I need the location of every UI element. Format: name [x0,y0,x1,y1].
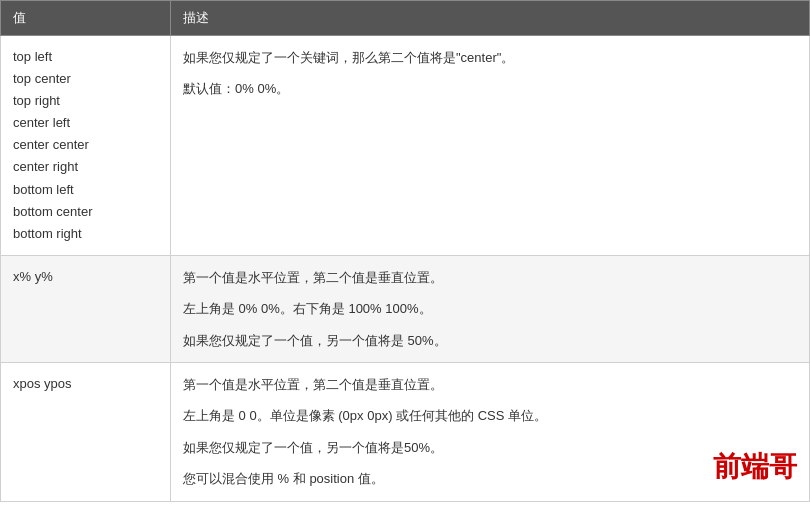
description-line: 第一个值是水平位置，第二个值是垂直位置。 [183,373,797,396]
description-line: 您可以混合使用 % 和 position 值。 [183,467,797,490]
table-row: x% y%第一个值是水平位置，第二个值是垂直位置。左上角是 0% 0%。右下角是… [1,255,810,362]
description-line: 左上角是 0% 0%。右下角是 100% 100%。 [183,297,797,320]
value-cell: x% y% [1,255,171,362]
description-cell: 第一个值是水平位置，第二个值是垂直位置。左上角是 0% 0%。右下角是 100%… [171,255,810,362]
value-cell: top lefttop centertop rightcenter leftce… [1,36,171,256]
description-line: 如果您仅规定了一个值，另一个值将是50%。 [183,436,797,459]
description-line: 左上角是 0 0。单位是像素 (0px 0px) 或任何其他的 CSS 单位。 [183,404,797,427]
description-line: 第一个值是水平位置，第二个值是垂直位置。 [183,266,797,289]
value-cell: xpos ypos [1,363,171,502]
description-line: 默认值：0% 0%。 [183,77,797,100]
description-cell: 如果您仅规定了一个关键词，那么第二个值将是"center"。默认值：0% 0%。 [171,36,810,256]
header-value: 值 [1,1,171,36]
property-table: 值 描述 top lefttop centertop rightcenter l… [0,0,810,502]
table-row: top lefttop centertop rightcenter leftce… [1,36,810,256]
table-row: xpos ypos第一个值是水平位置，第二个值是垂直位置。左上角是 0 0。单位… [1,363,810,502]
description-line: 如果您仅规定了一个值，另一个值将是 50%。 [183,329,797,352]
watermark: 前端哥 [713,442,797,492]
description-line: 如果您仅规定了一个关键词，那么第二个值将是"center"。 [183,46,797,69]
description-cell: 第一个值是水平位置，第二个值是垂直位置。左上角是 0 0。单位是像素 (0px … [171,363,810,502]
header-description: 描述 [171,1,810,36]
